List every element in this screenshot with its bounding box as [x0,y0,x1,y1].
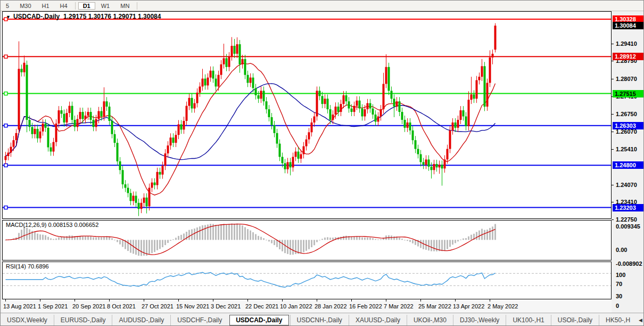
candle-body [175,135,177,143]
chart-tab-ukoilm30[interactable]: UKOil-,M30 [407,315,453,325]
chart-tab-usoildaily[interactable]: USOil-,Daily [551,315,599,325]
date-label: 27 Oct 2021 [142,303,174,309]
price-tick [612,132,614,132]
candle-body [340,104,342,112]
macd-histogram-bar [321,239,323,240]
macd-histogram-bar [313,240,315,245]
macd-histogram-bar [292,240,294,255]
timeframe-button-mn[interactable]: MN [115,2,134,10]
candle-body [313,117,316,123]
candle-body [494,26,497,50]
candle-body [247,75,249,83]
time-axis[interactable]: 13 Aug 20211 Sep 202120 Sep 20218 Oct 20… [2,299,612,313]
macd-histogram-bar [58,237,60,240]
candle-body [178,124,180,135]
date-label: 13 Aug 2021 [3,303,36,309]
price-tick [612,61,614,61]
time-tick [40,299,40,301]
level-anchor[interactable] [4,206,7,209]
time-tick [351,299,352,301]
time-tick [213,299,213,301]
price-tick-label: 1.26750 [616,111,637,117]
chart-tab-usdchfdaily[interactable]: USDCHF-,Daily [170,315,228,325]
macd-histogram-bar [377,239,379,240]
rsi-line [6,272,496,287]
chart-dropdown-icon[interactable]: ▼ [6,14,11,20]
candle-body [226,58,228,67]
time-tick [247,299,248,301]
macd-label: MACD(12,26,9) 0.008153 0.006652 [6,222,98,228]
chart-tab-uk100h1[interactable]: UK100-,H1 [506,315,550,325]
macd-histogram-bar [228,224,230,240]
candle-body [478,77,481,80]
candle-body [87,112,89,116]
macd-histogram-bar [218,225,219,240]
candle-body [292,157,294,167]
candle-body [125,184,127,188]
macd-histogram-bar [154,240,155,252]
candle-body [473,94,475,99]
chart-tab-usdxweekly[interactable]: USDX,Weekly [1,315,54,325]
macd-histogram-bar [327,237,328,240]
chart-tab-xauusddaily[interactable]: XAUUSD-,Daily [349,315,407,325]
candle-body [356,101,358,106]
candle-body [441,165,443,168]
candle-body [23,63,26,72]
macd-histogram-bar [489,228,491,240]
macd-histogram-bar [204,225,206,240]
candle-body [74,120,76,127]
date-label: 15 Nov 2021 [176,303,209,309]
price-axis[interactable]: 1.294101.287501.280701.274101.267501.260… [612,11,644,299]
level-anchor[interactable] [4,92,7,95]
timeframe-button-w1[interactable]: W1 [96,2,115,10]
candle-body [194,103,196,109]
macd-histogram-bar [449,240,451,247]
macd-histogram-bar [50,238,52,240]
candle-body [383,84,385,109]
price-tick-label: 1.22750 [616,216,637,223]
candle-body [372,109,374,115]
candle-body [321,96,324,104]
timeframe-button-h1[interactable]: H1 [37,2,54,10]
chart-tab-eurusddaily[interactable]: EURUSD-,Daily [54,315,112,325]
macd-histogram-bar [415,240,416,244]
macd-histogram-bar [372,238,374,240]
chart-tab-dj30weekly[interactable]: DJ30-,Weekly [453,315,506,325]
candle-body [159,172,161,175]
level-anchor[interactable] [4,124,7,127]
candle-body [439,165,441,167]
tab-scroll-left-button[interactable]: ◀ [637,316,644,324]
candle-body [111,121,113,134]
chart-tab-usdcaddaily[interactable]: USDCAD-,Daily [229,315,288,325]
chart-tab-usdcnhdaily[interactable]: USDCNH-,Daily [290,315,349,325]
macd-histogram-bar [111,238,113,240]
macd-histogram-bar [457,240,459,241]
macd-histogram-bar [223,224,225,240]
macd-histogram-bar [250,231,251,240]
level-anchor[interactable] [4,55,7,58]
macd-histogram-bar [393,237,395,240]
macd-histogram-bar [156,240,158,250]
rsi-indicator-panel[interactable] [2,262,612,299]
candle-body [7,153,10,156]
price-chart-panel[interactable] [2,11,612,219]
candle-body [244,59,246,75]
candle-body [234,46,236,54]
timeframe-button-h4[interactable]: H4 [55,2,72,10]
macd-histogram-bar [98,237,100,240]
moving-average-line-34 [6,84,496,160]
macd-histogram-bar [308,240,310,249]
timeframe-button-m30[interactable]: M30 [15,2,36,10]
timeframe-button-d1[interactable]: D1 [78,2,95,10]
candle-body [143,198,145,203]
candle-body [135,195,137,202]
candle-body [412,131,414,140]
macd-histogram-bar [45,235,46,240]
candle-body [348,101,350,108]
chart-tab-hk50h[interactable]: HK50-,H [599,315,637,325]
candle-body [306,140,308,146]
chart-tab-audusddaily[interactable]: AUDUSD-,Daily [112,315,170,325]
candle-body [53,142,55,152]
timeframe-button-5[interactable]: 5 [1,2,14,10]
candle-body [228,56,230,67]
